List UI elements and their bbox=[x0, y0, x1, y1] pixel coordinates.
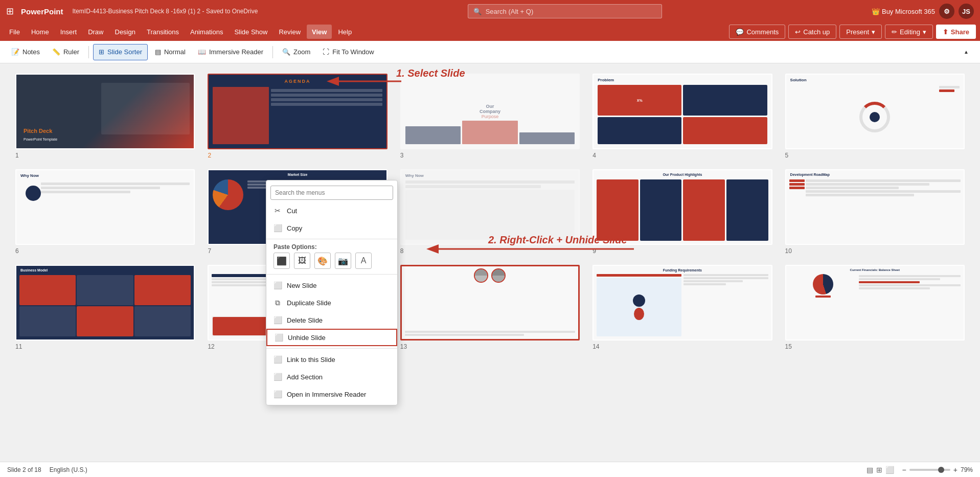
slide-item-6[interactable]: Why Now 6 bbox=[15, 169, 195, 255]
menu-item-review[interactable]: Review bbox=[274, 25, 306, 39]
notes-button[interactable]: 📝 Notes bbox=[6, 44, 45, 60]
comments-button[interactable]: 💬 Comments bbox=[729, 25, 785, 39]
title-bar: ⊞ PowerPoint ItemID-4413-Business Pitch … bbox=[0, 0, 980, 22]
zoom-out-button[interactable]: − bbox=[902, 466, 906, 474]
context-menu-new-slide[interactable]: ⬜ New Slide bbox=[266, 277, 397, 294]
title-actions: 👑 Buy Microsoft 365 ⚙ JS bbox=[872, 4, 974, 19]
menu-item-design[interactable]: Design bbox=[110, 25, 141, 39]
slide-item-15[interactable]: Current Financials: Balance Sheet bbox=[785, 265, 965, 350]
slide-thumb-9[interactable]: Our Product Highlights bbox=[592, 169, 772, 245]
slide-thumb-6[interactable]: Why Now bbox=[15, 169, 195, 245]
slide-thumb-8[interactable]: Why Now bbox=[400, 169, 580, 245]
context-menu-unhide-slide[interactable]: ⬜ Unhide Slide bbox=[266, 329, 397, 346]
slide-thumb-4[interactable]: Problem X% bbox=[592, 74, 772, 149]
menu-item-transitions[interactable]: Transitions bbox=[142, 25, 184, 39]
zoom-in-button[interactable]: + bbox=[953, 466, 958, 474]
settings-button[interactable]: ⚙ bbox=[939, 4, 954, 19]
delete-slide-icon: ⬜ bbox=[274, 316, 282, 324]
share-button[interactable]: ⬆ Share bbox=[936, 25, 976, 39]
slide-item-10[interactable]: Development RoadMap bbox=[785, 169, 965, 255]
slide-item-9[interactable]: Our Product Highlights 9 bbox=[592, 169, 772, 255]
menu-item-insert[interactable]: Insert bbox=[55, 25, 82, 39]
slide-item-3[interactable]: Our Company Purpose 3 bbox=[400, 74, 580, 159]
zoom-button[interactable]: 🔍 Zoom bbox=[277, 44, 315, 60]
catchup-button[interactable]: ↩ Catch up bbox=[788, 25, 836, 39]
app-grid-icon[interactable]: ⊞ bbox=[6, 6, 14, 17]
paste-icon-1[interactable]: ⬛ bbox=[274, 253, 290, 269]
slide-number-8: 8 bbox=[400, 247, 580, 255]
slide-thumb-11[interactable]: Business Model bbox=[15, 265, 195, 340]
menu-item-help[interactable]: Help bbox=[333, 25, 357, 39]
slide-thumb-5[interactable]: Solution bbox=[785, 74, 965, 149]
avatar[interactable]: JS bbox=[959, 4, 974, 19]
slide-item-2[interactable]: AGENDA 2 bbox=[208, 74, 387, 159]
slide-number-13: 13 bbox=[400, 343, 580, 350]
chevron-down-icon: ▾ bbox=[872, 28, 875, 36]
slide-item-4[interactable]: Problem X% 4 bbox=[592, 74, 772, 159]
context-menu-add-section[interactable]: ⬜ Add Section bbox=[266, 368, 397, 385]
slide-number-15: 15 bbox=[785, 343, 965, 350]
slide-thumb-10[interactable]: Development RoadMap bbox=[785, 169, 965, 245]
slide-item-14[interactable]: Funding Requirements bbox=[592, 265, 772, 350]
main-content: Pitch Deck PowerPoint Template 1 AGENDA bbox=[0, 63, 980, 462]
context-menu-copy[interactable]: ⬜ Copy bbox=[266, 219, 397, 237]
paste-icon-2[interactable]: 🖼 bbox=[294, 253, 310, 269]
slide-thumb-13[interactable] bbox=[400, 265, 580, 340]
slide-item-1[interactable]: Pitch Deck PowerPoint Template 1 bbox=[15, 74, 195, 159]
context-menu-search[interactable] bbox=[270, 186, 393, 200]
menu-item-animations[interactable]: Animations bbox=[185, 25, 228, 39]
slide-item-8[interactable]: Why Now 8 bbox=[400, 169, 580, 255]
immersive-icon: ⬜ bbox=[274, 390, 282, 398]
menu-item-file[interactable]: File bbox=[4, 25, 25, 39]
context-menu-separator-2 bbox=[266, 274, 397, 275]
cut-icon: ✂ bbox=[274, 207, 282, 215]
normal-view-icon[interactable]: ▤ bbox=[867, 466, 873, 474]
slide-number-1: 1 bbox=[15, 152, 195, 159]
slide-number-9: 9 bbox=[592, 247, 772, 255]
toolbar-divider-2 bbox=[272, 46, 273, 58]
fit-to-window-button[interactable]: ⛶ Fit To Window bbox=[317, 44, 379, 60]
reading-view-icon[interactable]: ⬜ bbox=[885, 466, 894, 474]
slide-thumb-1[interactable]: Pitch Deck PowerPoint Template bbox=[15, 74, 195, 149]
collapse-button[interactable]: ▲ bbox=[959, 44, 974, 60]
immersive-reader-button[interactable]: 📖 Immersive Reader bbox=[193, 44, 268, 60]
context-menu-open-immersive[interactable]: ⬜ Open in Immersive Reader bbox=[266, 385, 397, 403]
context-menu-duplicate-slide[interactable]: ⧉ Duplicate Slide bbox=[266, 294, 397, 311]
zoom-slider[interactable] bbox=[909, 469, 950, 471]
slide-item-5[interactable]: Solution 5 bbox=[785, 74, 965, 159]
paste-icon-3[interactable]: 🎨 bbox=[314, 253, 331, 269]
menu-item-draw[interactable]: Draw bbox=[83, 25, 108, 39]
normal-button[interactable]: ▤ Normal bbox=[150, 44, 191, 60]
slide-grid: Pitch Deck PowerPoint Template 1 AGENDA bbox=[15, 74, 965, 350]
slide-number-6: 6 bbox=[15, 247, 195, 255]
language-indicator: English (U.S.) bbox=[50, 466, 87, 473]
menu-item-home[interactable]: Home bbox=[26, 25, 54, 39]
slide-item-13[interactable]: 13 bbox=[400, 265, 580, 350]
buy-microsoft-button[interactable]: 👑 Buy Microsoft 365 bbox=[872, 8, 935, 15]
menu-item-slideshow[interactable]: Slide Show bbox=[229, 25, 272, 39]
context-menu-cut[interactable]: ✂ Cut bbox=[266, 202, 397, 219]
ruler-button[interactable]: 📏 Ruler bbox=[47, 44, 84, 60]
notes-icon: 📝 bbox=[11, 48, 19, 56]
slide-number-10: 10 bbox=[785, 247, 965, 255]
slide-sorter-button[interactable]: ⊞ Slide Sorter bbox=[93, 44, 148, 60]
menu-item-view[interactable]: View bbox=[307, 25, 332, 39]
editing-chevron-icon: ▾ bbox=[923, 28, 926, 36]
slide-thumb-15[interactable]: Current Financials: Balance Sheet bbox=[785, 265, 965, 340]
slide-item-11[interactable]: Business Model 11 bbox=[15, 265, 195, 350]
slide-thumb-2[interactable]: AGENDA bbox=[208, 74, 387, 149]
present-button[interactable]: Present ▾ bbox=[839, 25, 882, 39]
context-menu-delete-slide[interactable]: ⬜ Delete Slide bbox=[266, 311, 397, 329]
slide-thumb-3[interactable]: Our Company Purpose bbox=[400, 74, 580, 149]
editing-button[interactable]: ✏ Editing ▾ bbox=[885, 25, 933, 39]
search-icon: 🔍 bbox=[473, 8, 482, 15]
paste-icon-4[interactable]: 📷 bbox=[335, 253, 351, 269]
search-box[interactable]: 🔍 Search (Alt + Q) bbox=[468, 4, 662, 18]
slide-number-4: 4 bbox=[592, 152, 772, 159]
comments-icon: 💬 bbox=[736, 28, 744, 36]
context-menu-link-to-slide[interactable]: ⬜ Link to this Slide bbox=[266, 351, 397, 368]
paste-icon-5[interactable]: A bbox=[355, 253, 372, 269]
new-slide-icon: ⬜ bbox=[274, 281, 282, 289]
slide-sorter-view-icon[interactable]: ⊞ bbox=[876, 466, 882, 474]
slide-thumb-14[interactable]: Funding Requirements bbox=[592, 265, 772, 340]
